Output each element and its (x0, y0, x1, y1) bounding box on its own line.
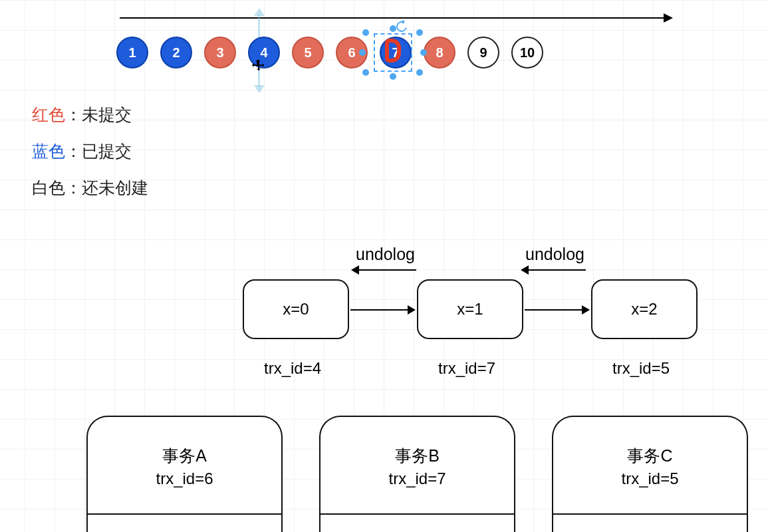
timeline-arrow (120, 17, 672, 19)
version-node-0: x=0 (243, 279, 349, 339)
undolog-arrow-1 (352, 269, 416, 271)
transaction-B-divider (320, 513, 514, 515)
legend-red-label: 红色 (32, 105, 65, 124)
trx-label-2: trx_id=5 (612, 359, 670, 378)
version-node-1: x=1 (417, 279, 523, 339)
transaction-C-title: 事务C (553, 445, 747, 467)
legend-red-desc: ：未提交 (65, 105, 132, 124)
circle-9[interactable]: 9 (467, 37, 499, 68)
undolog-label-2: undolog (525, 245, 584, 264)
legend: 红色：未提交 蓝色：已提交 白色：还未创建 (32, 106, 148, 216)
transaction-box-A: 事务A trx_id=6 (86, 416, 283, 532)
red-annotation-mark (385, 39, 401, 63)
circle-6[interactable]: 6 (336, 37, 368, 68)
circle-4[interactable]: 4 (248, 37, 280, 68)
transaction-box-B: 事务B trx_id=7 (319, 416, 515, 532)
forward-arrow-0-1 (350, 309, 414, 311)
version-node-2-content: x=2 (631, 300, 657, 319)
legend-blue-desc: ：已提交 (65, 142, 132, 160)
circle-8[interactable]: 8 (424, 37, 455, 68)
undolog-label-1: undolog (356, 245, 415, 264)
undolog-arrow-2 (522, 269, 586, 271)
trx-label-1: trx_id=7 (438, 359, 495, 378)
circle-10[interactable]: 10 (511, 37, 543, 68)
circle-2[interactable]: 2 (160, 37, 192, 68)
circle-5[interactable]: 5 (292, 37, 324, 68)
transaction-B-title: 事务B (320, 445, 514, 467)
transaction-A-title: 事务A (88, 445, 281, 467)
transaction-C-divider (553, 513, 747, 515)
legend-row-white: 白色：还未创建 (32, 180, 148, 196)
version-node-0-content: x=0 (283, 300, 309, 319)
legend-white-desc: ：还未创建 (65, 178, 148, 197)
legend-blue-label: 蓝色 (32, 142, 65, 160)
legend-row-blue: 蓝色：已提交 (32, 143, 148, 160)
circle-3[interactable]: 3 (204, 37, 236, 68)
legend-white-label: 白色 (32, 178, 65, 197)
transaction-C-trx: trx_id=5 (553, 469, 747, 488)
transaction-A-divider (88, 513, 281, 515)
transaction-box-C: 事务C trx_id=5 (552, 416, 748, 532)
forward-arrow-1-2 (525, 309, 588, 311)
version-node-1-content: x=1 (457, 300, 483, 319)
circle-1[interactable]: 1 (116, 37, 148, 68)
timeline-circles: 1 2 3 4 5 6 7 8 9 10 (116, 37, 543, 68)
version-node-2: x=2 (591, 279, 698, 339)
legend-row-red: 红色：未提交 (32, 106, 148, 123)
transaction-B-trx: trx_id=7 (320, 469, 514, 488)
trx-label-0: trx_id=4 (264, 359, 321, 378)
transaction-A-trx: trx_id=6 (88, 469, 281, 488)
